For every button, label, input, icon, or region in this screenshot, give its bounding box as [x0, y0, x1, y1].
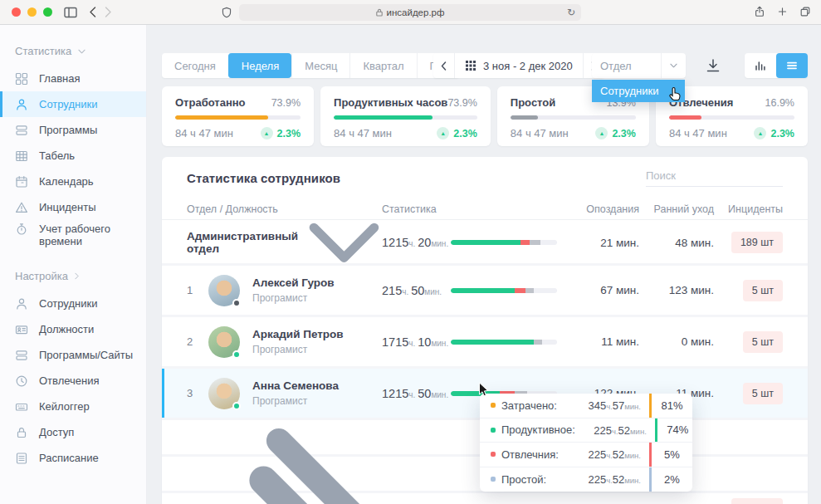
table-icon — [15, 149, 28, 163]
employee-name: Алексей Гуров — [252, 276, 335, 289]
sidebar-item-должности[interactable]: Должности — [0, 316, 146, 342]
tooltip-value: 225ч.52мин. — [575, 423, 655, 438]
sidebar-item-программы-сайты[interactable]: Программы/Сайты — [0, 342, 146, 368]
period-tab-квартал[interactable]: Квартал — [349, 53, 416, 78]
stat-card-percent: 16.9% — [765, 97, 794, 109]
stat-card-progress-fill — [334, 115, 432, 120]
browser-chrome: инсайдер.рф ↻ — [0, 0, 821, 25]
search-input[interactable] — [646, 169, 792, 182]
period-tab-месяц[interactable]: Месяц — [291, 53, 349, 78]
list-view-button[interactable] — [776, 53, 808, 78]
cell-stat-time: 1715ч.10мин. — [382, 335, 444, 350]
progress-segment — [520, 240, 529, 245]
cell-incidents: 5 шт — [743, 383, 783, 404]
sidebar-item-табель[interactable]: Табель — [0, 143, 146, 169]
period-tab-group: СегодняНеделяМесяцКварталГод — [162, 53, 459, 78]
stat-minutes: 10 — [418, 335, 431, 349]
chevron-down-icon[interactable] — [661, 53, 686, 78]
date-prev-button[interactable] — [433, 53, 455, 78]
filter-menu-item-employees[interactable]: Сотрудники — [592, 80, 685, 102]
date-navigator: 3 ноя - 2 дек 2020 — [433, 53, 604, 78]
browser-back-icon[interactable] — [89, 7, 96, 17]
progress-segment — [451, 340, 534, 345]
sidebar-item-сотрудники[interactable]: Сотрудники — [0, 91, 146, 117]
sidebar-item-учет-рабочего-времени[interactable]: Учет рабочего времени — [0, 220, 146, 257]
stat-card-progressbar — [511, 115, 636, 120]
tooltip-label: Затрачено: — [501, 399, 569, 412]
stat-hours: 215 — [382, 284, 402, 297]
chevron-right-icon[interactable] — [240, 457, 382, 504]
date-range-button[interactable]: 3 ноя - 2 дек 2020 — [455, 53, 583, 78]
sidebar-item-label: Отвлечения — [39, 374, 100, 387]
stat-cards: Отработанно73.9%84 ч 47 мин▲2.3%Продукти… — [162, 86, 808, 146]
url-text: инсайдер.рф — [387, 7, 445, 17]
up-arrow-icon: ▲ — [437, 127, 449, 139]
chevron-down-icon — [78, 49, 86, 54]
stat-card-percent: 73.9% — [447, 97, 476, 109]
sidebar-item-календарь[interactable]: Календарь — [0, 169, 146, 194]
refresh-icon[interactable]: ↻ — [567, 7, 575, 18]
stat-card-delta-value: 2.3% — [612, 128, 636, 139]
share-icon[interactable] — [754, 5, 765, 18]
window-zoom-button[interactable] — [43, 7, 52, 17]
filter-selected-value[interactable]: Отдел — [592, 53, 661, 78]
row-progressbar[interactable] — [451, 288, 557, 293]
row-progressbar[interactable] — [451, 240, 557, 245]
sidebar-item-label: Сотрудники — [39, 98, 97, 110]
legend-bullet — [491, 428, 496, 433]
sidebar-section-header[interactable]: Настройка — [0, 270, 146, 291]
cell-name: 3Анна СеменоваПрограмист — [187, 378, 382, 409]
sidebar-item-отвлечения[interactable]: Отвлечения — [0, 368, 146, 394]
table-row-аркадий-петров[interactable]: 2Аркадий ПетровПрограмист1715ч.10мин.11 … — [162, 315, 808, 366]
sidebar-item-программы[interactable]: Программы — [0, 117, 146, 143]
cell-name: 2Аркадий ПетровПрограмист — [187, 326, 382, 358]
lock-icon — [376, 8, 383, 17]
stat-hours-unit: ч. — [408, 339, 415, 348]
employee-info: Алексей ГуровПрограмист — [252, 276, 335, 304]
stat-minutes-unit: мин. — [624, 451, 641, 460]
up-arrow-icon: ▲ — [595, 127, 608, 139]
cell-name: Отдел продаж — [187, 457, 382, 504]
chart-view-button[interactable] — [745, 53, 776, 78]
period-tab-неделя[interactable]: Неделя — [228, 53, 291, 78]
row-number: 2 — [187, 335, 200, 348]
shield-icon[interactable] — [221, 6, 232, 19]
sidebar-item-главная[interactable]: Главная — [0, 66, 146, 91]
new-tab-icon[interactable] — [777, 5, 788, 18]
stat-hours-unit: ч. — [606, 402, 613, 411]
stat-card-delta: ▲2.3% — [437, 127, 477, 139]
sidebar-section-header[interactable]: Статистика — [0, 45, 146, 66]
tooltip-percent: 74% — [655, 418, 692, 443]
column-dept-role: Отдел / Должность — [187, 203, 382, 215]
table-title: Статистика сотрудников — [187, 171, 340, 185]
sidebar-item-инциденты[interactable]: Инциденты — [0, 194, 146, 220]
column-lateness: Опоздания — [569, 203, 639, 215]
stat-hours: 225 — [594, 424, 612, 437]
sidebar-item-сотрудники[interactable]: Сотрудники — [0, 291, 146, 316]
download-icon[interactable] — [705, 57, 721, 74]
stat-card-title: Простой — [511, 96, 555, 109]
avatar — [208, 275, 240, 306]
sidebar-item-кейлоггер[interactable]: Кейлоггер — [0, 394, 146, 419]
sidebar-item-label: Расписание — [39, 452, 99, 464]
cell-stat-time: 1215ч.50мин. — [382, 386, 444, 401]
table-row-алексей-гуров[interactable]: 1Алексей ГуровПрограмист215ч.50мин.67 ми… — [162, 263, 808, 315]
row-progressbar[interactable] — [451, 340, 557, 345]
search-box — [646, 169, 783, 187]
sidebar-item-расписание[interactable]: Расписание — [0, 445, 146, 471]
window-minimize-button[interactable] — [27, 7, 37, 17]
chevron-down-icon[interactable] — [306, 220, 382, 266]
tab-overview-icon[interactable] — [799, 5, 811, 18]
sidebar: СтатистикаГлавнаяСотрудникиПрограммыТабе… — [0, 25, 147, 504]
stat-hours: 345 — [589, 399, 607, 412]
stats-tooltip: Затрачено:345ч.57мин.81%Продуктивное:225… — [480, 394, 692, 492]
tooltip-percent: 81% — [649, 394, 692, 418]
sidebar-item-доступ[interactable]: Доступ — [0, 419, 146, 445]
browser-forward-icon[interactable] — [105, 7, 112, 17]
cell-incidents: 189 шт — [731, 232, 783, 253]
browser-sidebar-toggle-icon[interactable] — [64, 7, 77, 18]
address-bar[interactable]: инсайдер.рф ↻ — [239, 4, 581, 21]
window-close-button[interactable] — [12, 7, 21, 17]
table-row-административный-отдел[interactable]: Административный отдел1215ч.20мин.21 мин… — [162, 220, 808, 263]
period-tab-сегодня[interactable]: Сегодня — [162, 53, 228, 78]
